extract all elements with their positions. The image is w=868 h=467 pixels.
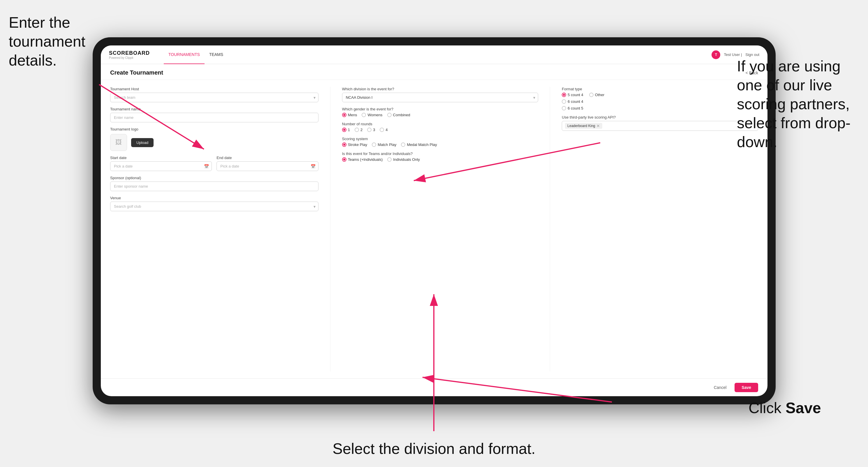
format-6count5-label: 6 count 5 — [567, 106, 583, 111]
name-group: Tournament name — [110, 107, 318, 122]
format-other-label: Other — [595, 93, 604, 97]
annotation-bottom-right: Click Save — [748, 399, 859, 417]
scoring-tag-text: Leaderboard King — [567, 124, 595, 128]
upload-button[interactable]: Upload — [131, 138, 154, 147]
gender-womens-radio[interactable] — [362, 113, 366, 117]
format-type-group: Format type 5 count 4 Other — [562, 87, 758, 111]
format-other-radio[interactable] — [589, 93, 593, 97]
form-footer: Cancel Save — [101, 378, 768, 396]
rounds-1[interactable]: 1 — [342, 128, 350, 132]
venue-input[interactable] — [110, 201, 318, 211]
gender-label: Which gender is the event for? — [342, 107, 538, 111]
live-scoring-group: Use third-party live scoring API? Leader… — [562, 115, 758, 131]
create-header: Create Tournament < Back — [101, 64, 768, 80]
sponsor-label: Sponsor (optional) — [110, 176, 318, 180]
format-other[interactable]: Other — [589, 93, 604, 97]
end-date-input[interactable] — [216, 161, 318, 171]
gender-group: Which gender is the event for? Mens Wome… — [342, 107, 538, 117]
venue-group: Venue ▾ — [110, 196, 318, 211]
scoring-medal-label: Medal Match Play — [407, 143, 437, 147]
logo-area: SCOREBOARD Powered by Clippit — [109, 50, 150, 59]
form-column-2: Which division is the event for? ▾ Which… — [330, 87, 538, 371]
name-input[interactable] — [110, 113, 318, 122]
format-row-2: 6 count 4 — [562, 99, 758, 104]
event-individuals-label: Individuals Only — [393, 157, 420, 162]
event-individuals-radio[interactable] — [387, 157, 392, 162]
host-input-wrap: ▾ — [110, 93, 318, 102]
rounds-radio-group: 1 2 3 4 — [342, 128, 538, 132]
format-5count4[interactable]: 5 count 4 — [562, 93, 583, 97]
rounds-4-radio[interactable] — [380, 128, 384, 132]
start-date-wrap: 📅 — [110, 161, 212, 171]
rounds-3-label: 3 — [373, 128, 375, 132]
scoring-radio-group: Stroke Play Match Play Medal Match Play — [342, 143, 538, 147]
venue-input-wrap: ▾ — [110, 201, 318, 211]
format-6count4-label: 6 count 4 — [567, 99, 583, 104]
scoring-match-radio[interactable] — [372, 143, 376, 147]
rounds-2-radio[interactable] — [354, 128, 359, 132]
calendar-icon-end: 📅 — [311, 164, 315, 169]
event-type-group: Is this event for Teams and/or Individua… — [342, 152, 538, 162]
nav-links: TOURNAMENTS TEAMS — [164, 45, 228, 64]
sign-out-link[interactable]: Sign out — [745, 53, 759, 57]
top-nav: SCOREBOARD Powered by Clippit TOURNAMENT… — [101, 45, 768, 64]
rounds-4[interactable]: 4 — [380, 128, 388, 132]
division-label: Which division is the event for? — [342, 87, 538, 91]
rounds-1-radio[interactable] — [342, 128, 346, 132]
start-date-label: Start date — [110, 156, 212, 160]
sponsor-input[interactable] — [110, 182, 318, 191]
format-6count4-radio[interactable] — [562, 99, 566, 104]
format-row-1: 5 count 4 Other — [562, 93, 758, 97]
logo-group: Tournament logo 🖼 Upload — [110, 127, 318, 151]
gender-mens-radio[interactable] — [342, 113, 346, 117]
annotation-bottom-center: Select the division and format. — [320, 439, 548, 458]
host-group: Tournament Host ▾ — [110, 87, 318, 102]
rounds-group: Number of rounds 1 2 — [342, 122, 538, 132]
calendar-icon-start: 📅 — [204, 164, 209, 169]
host-input[interactable] — [110, 93, 318, 102]
gender-combined[interactable]: Combined — [387, 113, 410, 117]
gender-womens[interactable]: Womens — [362, 113, 382, 117]
save-button[interactable]: Save — [735, 383, 758, 392]
rounds-2[interactable]: 2 — [354, 128, 363, 132]
scoring-stroke[interactable]: Stroke Play — [342, 143, 367, 147]
date-row: Start date 📅 End date 📅 — [110, 156, 318, 171]
end-date-group: End date 📅 — [216, 156, 318, 171]
tablet-screen: SCOREBOARD Powered by Clippit TOURNAMENT… — [101, 45, 768, 396]
scoring-medal[interactable]: Medal Match Play — [401, 143, 437, 147]
event-teams[interactable]: Teams (+Individuals) — [342, 157, 383, 162]
start-date-input[interactable] — [110, 161, 212, 171]
division-input[interactable] — [342, 93, 538, 102]
division-dropdown-icon: ▾ — [533, 95, 535, 100]
format-6count5-radio[interactable] — [562, 106, 566, 111]
scoring-stroke-radio[interactable] — [342, 143, 346, 147]
gender-mens-label: Mens — [348, 113, 357, 117]
end-date-label: End date — [216, 156, 318, 160]
live-scoring-input[interactable]: Leaderboard King ✕ — [562, 121, 758, 131]
scoring-medal-radio[interactable] — [401, 143, 405, 147]
division-group: Which division is the event for? ▾ — [342, 87, 538, 102]
dropdown-icon: ▾ — [313, 95, 315, 100]
format-6count4[interactable]: 6 count 4 — [562, 99, 583, 104]
gender-radio-group: Mens Womens Combined — [342, 113, 538, 117]
event-teams-radio[interactable] — [342, 157, 346, 162]
content-area: Create Tournament < Back Tournament Host… — [101, 64, 768, 396]
rounds-3-radio[interactable] — [367, 128, 372, 132]
gender-combined-radio[interactable] — [387, 113, 392, 117]
event-individuals[interactable]: Individuals Only — [387, 157, 420, 162]
cancel-button[interactable]: Cancel — [709, 383, 731, 392]
division-select-wrap: ▾ — [342, 93, 538, 102]
tag-close-icon[interactable]: ✕ — [596, 124, 600, 128]
rounds-3[interactable]: 3 — [367, 128, 375, 132]
gender-mens[interactable]: Mens — [342, 113, 357, 117]
format-6count5[interactable]: 6 count 5 — [562, 106, 583, 111]
scoring-tag: Leaderboard King ✕ — [565, 123, 602, 129]
scoring-match[interactable]: Match Play — [372, 143, 396, 147]
scoring-stroke-label: Stroke Play — [348, 143, 367, 147]
scoring-label: Scoring system — [342, 137, 538, 141]
format-5count4-radio[interactable] — [562, 93, 566, 97]
scoring-match-label: Match Play — [378, 143, 396, 147]
nav-tournaments[interactable]: TOURNAMENTS — [164, 45, 205, 64]
format-5count4-label: 5 count 4 — [567, 93, 583, 97]
nav-teams[interactable]: TEAMS — [205, 45, 228, 64]
